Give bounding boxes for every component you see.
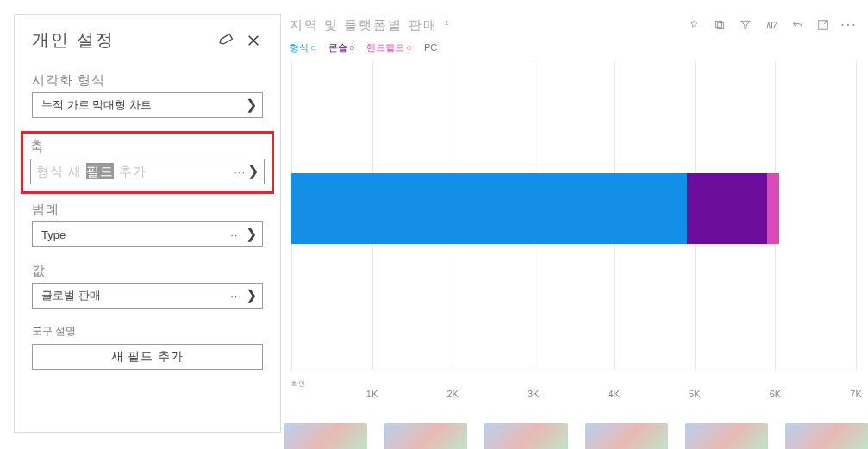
bar-segment[interactable] — [291, 173, 687, 244]
x-tick: 5K — [689, 389, 700, 399]
axis-label: 축 — [30, 139, 265, 155]
legend-item[interactable]: PC — [424, 42, 437, 53]
chart-plot-area[interactable] — [291, 61, 856, 371]
x-tick: 1K — [366, 389, 378, 399]
spotlight-icon[interactable] — [765, 18, 778, 32]
bar-segment[interactable] — [767, 173, 779, 244]
more-icon[interactable]: ··· — [842, 18, 856, 32]
focus-icon[interactable] — [816, 18, 830, 32]
values-field-well[interactable]: 글로벌 판매 ··· ❯ — [32, 283, 263, 309]
panel-title: 개인 설정 — [32, 28, 115, 52]
axis-field-well[interactable]: 형식 새 필드 추가 ··· ❯ — [30, 159, 265, 184]
svg-rect-2 — [718, 23, 724, 29]
legend-value: Type — [41, 228, 230, 241]
eraser-icon[interactable] — [216, 31, 235, 50]
pin-icon[interactable] — [687, 18, 701, 32]
legend-field-well[interactable]: Type ··· ❯ — [32, 221, 263, 247]
x-tick: 6K — [770, 389, 781, 399]
chevron-right-icon: ❯ — [247, 165, 259, 178]
legend-item[interactable]: 콘솔○ — [328, 41, 355, 54]
viz-type-value: 누적 가로 막대형 차트 — [41, 97, 246, 113]
viz-type-label: 시각화 형식 — [32, 72, 263, 89]
copy-icon[interactable] — [713, 18, 727, 32]
axis-placeholder: 형식 새 필드 추가 — [36, 164, 234, 180]
x-tick: 7K — [850, 389, 861, 399]
axis-highlight: 축 형식 새 필드 추가 ··· ❯ — [23, 134, 272, 191]
x-tick: 4K — [609, 389, 620, 399]
chart-title: 지역 및 플랫폼별 판매 — [290, 17, 438, 32]
ellipsis-icon: ··· — [230, 290, 242, 302]
ellipsis-icon: ··· — [230, 228, 242, 241]
legend-item[interactable]: 형식○ — [290, 41, 316, 54]
x-tick: 3K — [528, 389, 539, 399]
ellipsis-icon: ··· — [234, 165, 246, 178]
viz-type-dropdown[interactable]: 누적 가로 막대형 차트 ❯ — [32, 92, 263, 118]
add-field-button[interactable]: 새 필드 추가 — [32, 344, 263, 370]
legend-item[interactable]: 핸드헬드○ — [366, 41, 412, 54]
bar-segment[interactable] — [687, 173, 768, 244]
chevron-right-icon: ❯ — [246, 98, 257, 112]
values-label: 값 — [32, 263, 263, 279]
legend-label: 범례 — [32, 202, 263, 218]
close-icon[interactable] — [244, 31, 263, 50]
svg-rect-3 — [715, 21, 721, 27]
stacked-bar[interactable] — [291, 173, 856, 244]
chart-title-sup: 1 — [445, 18, 449, 27]
chevron-right-icon: ❯ — [246, 228, 257, 241]
undo-icon[interactable] — [790, 18, 804, 32]
chart-visual: 지역 및 플랫폼별 판매 1 — [286, 14, 859, 449]
axis-label-small: 확인 — [291, 379, 305, 389]
values-value: 글로벌 판매 — [41, 288, 230, 303]
x-tick: 2K — [446, 389, 458, 399]
visual-toolbar: ··· — [687, 18, 856, 32]
filter-icon[interactable] — [739, 18, 752, 32]
tooltip-label: 도구 설명 — [32, 324, 263, 339]
personalize-panel: 개인 설정 시각화 형식 누적 가로 막대형 차트 ❯ — [14, 14, 281, 433]
chevron-right-icon: ❯ — [246, 289, 257, 302]
chart-legend: 형식○ 콘솔○ 핸드헬드○ PC — [286, 36, 859, 56]
